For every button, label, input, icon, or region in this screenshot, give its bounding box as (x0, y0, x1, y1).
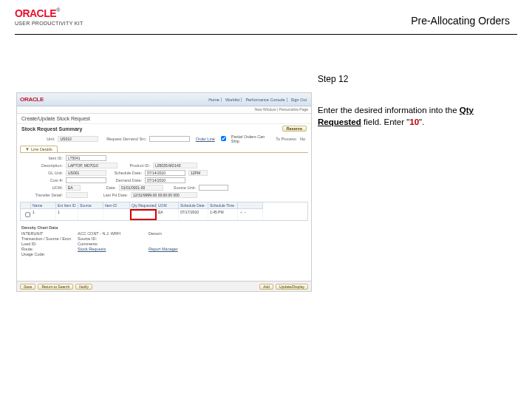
demand-field[interactable]: 07/14/2010 (145, 177, 185, 183)
sched-label: Schedule Date: (109, 171, 142, 175)
instr-mid: field. Enter " (361, 117, 409, 126)
grid-header: Name Ext Item ID Source Item ID Qty Requ… (21, 202, 307, 209)
col-name[interactable]: Name (31, 202, 56, 209)
source-label: Source Unit: (166, 185, 196, 190)
cust-label: Cust #: (26, 178, 63, 183)
col-item[interactable]: Item ID (103, 202, 130, 209)
date-field: 01/01/0001-00 (119, 185, 163, 191)
row-checkbox[interactable] (25, 212, 30, 217)
col-source[interactable]: Source (78, 202, 103, 209)
row-ext: 1 (56, 209, 78, 220)
subbar[interactable]: New Window | Personalize Page (17, 106, 311, 114)
tab-line-details[interactable]: ▼Line Details (20, 146, 58, 152)
uom-label: UOM: (26, 185, 63, 190)
col-uom[interactable]: UOM (157, 202, 179, 209)
reqsrc-field[interactable] (149, 136, 190, 142)
brand-subtitle: USER PRODUCTIVITY KIT (15, 21, 83, 26)
unit-field: US010 (58, 136, 98, 142)
transfer-field (66, 192, 88, 198)
transfer-label: Transfer Detail: (26, 193, 63, 197)
orderline-link[interactable]: Order Line (193, 137, 215, 141)
summary-header: Stock Request Summary Reserve (17, 124, 311, 133)
row-stime[interactable]: 1:45 PM (208, 209, 238, 220)
col-qty[interactable]: Qty Requested (130, 202, 157, 209)
instr-post: ". (419, 117, 424, 126)
instr-value: 10 (409, 117, 419, 126)
lc-r4l: Route: (21, 247, 73, 251)
lower-detail-block: Density Chart Data INTERUNIT ACC CONT - … (17, 222, 311, 258)
reserve-button[interactable]: Reserve (282, 126, 307, 132)
desc-label: Description: (26, 163, 63, 168)
row-source[interactable] (78, 209, 103, 220)
col-sel (21, 202, 31, 209)
lc-r5v (78, 252, 144, 256)
cust-field[interactable] (66, 177, 106, 183)
app-screenshot: ORACLE Home Worklist Performance Console… (16, 92, 312, 292)
app-logo: ORACLE (20, 96, 44, 103)
lc-r2l: Transaction / Source / Excn (21, 236, 73, 241)
breadcrumb: Create/Update Stock Request (17, 114, 311, 124)
row-item[interactable] (103, 209, 130, 220)
col-actions (238, 202, 263, 209)
lc-r3l: Load ID: (21, 242, 73, 246)
add-button[interactable]: Add (259, 284, 273, 290)
col-stime[interactable]: Schedule Time (208, 202, 238, 209)
source-field[interactable] (199, 185, 228, 191)
toprocess-label: To Process: (271, 137, 297, 141)
page-title: Pre-Allocating Orders (411, 15, 510, 27)
tab-label: Line Details (31, 147, 52, 151)
qty-requested-input[interactable] (130, 209, 157, 220)
summary-title: Stock Request Summary (21, 126, 82, 132)
toplink[interactable]: Sign Out (290, 98, 308, 102)
reqsrc-label: Request Demand Src: (101, 137, 146, 141)
lines-grid: Name Ext Item ID Source Item ID Qty Requ… (20, 202, 308, 221)
wizard-panel: Step 12 Enter the desired information in… (318, 74, 510, 128)
demand-label: Demand Date: (109, 178, 142, 183)
update-button[interactable]: Update/Display (276, 284, 308, 290)
detail-tabs: ▼Line Details (20, 146, 308, 153)
item-field[interactable]: LT5041 (66, 155, 106, 161)
row-uom[interactable]: EA (157, 209, 179, 220)
lc-r3v: Comments: (78, 242, 144, 246)
header-divider (15, 34, 517, 35)
lastpd-label: Last Pd Date: (91, 193, 128, 197)
save-button[interactable]: Save (20, 284, 35, 290)
app-top-links: Home Worklist Performance Console Sign O… (207, 98, 308, 102)
gl-field: US001 (66, 170, 106, 176)
desc-field: LAPTOP, MD7010 (66, 163, 117, 168)
lc-r2v: Source ID: (78, 236, 144, 241)
prod-field: L05035-MD140 (153, 163, 197, 168)
lc-r6v[interactable]: Report Manager (149, 247, 193, 251)
brand-name: ORACLE (15, 7, 56, 19)
app-top-bar: ORACLE Home Worklist Performance Console… (17, 93, 311, 106)
return-button[interactable]: Return to Search (38, 284, 73, 290)
row-name: 1 (31, 209, 56, 220)
step-label: Step 12 (318, 74, 510, 84)
toplink[interactable]: Worklist (224, 98, 242, 102)
lower-title: Density Chart Data (21, 225, 307, 230)
toplink[interactable]: Home (207, 98, 222, 102)
brand-logo: ORACLE® USER PRODUCTIVITY KIT (15, 7, 83, 26)
lc-r1v: ACC CONT - N.J. WRH (78, 231, 144, 236)
row-actions[interactable]: ＋ − (238, 209, 263, 220)
sched-field[interactable]: 07/14/2010 (145, 170, 185, 176)
toplink[interactable]: Performance Console (244, 98, 287, 102)
row-sel[interactable] (21, 209, 31, 220)
lc-r5l: Usage Code: (21, 252, 73, 256)
instr-pre: Enter the desired information into the (318, 106, 460, 115)
brand-tm: ® (56, 7, 60, 13)
row-sdate[interactable]: 07/17/2010 (179, 209, 208, 220)
lastpd-field: 12/31/9999-00 00:00:00 000 (131, 192, 197, 198)
col-ext[interactable]: Ext Item ID (56, 202, 78, 209)
lc-r7v: Denom (149, 231, 193, 236)
toprocess-value: No (300, 137, 305, 141)
notify-button[interactable]: Notify (75, 284, 92, 290)
item-label: Item ID: (26, 156, 63, 160)
date-label: Date: (83, 185, 116, 190)
lc-r4v[interactable]: Stock Requests (78, 247, 144, 251)
footer-bar: Save Return to Search Notify Add Update/… (17, 281, 311, 291)
prod-label: Product ID: (120, 163, 150, 168)
partial-ship-checkbox[interactable] (221, 136, 226, 141)
col-sdate[interactable]: Schedule Date (179, 202, 208, 209)
lc-r1l: INTERUNIT (21, 231, 73, 236)
